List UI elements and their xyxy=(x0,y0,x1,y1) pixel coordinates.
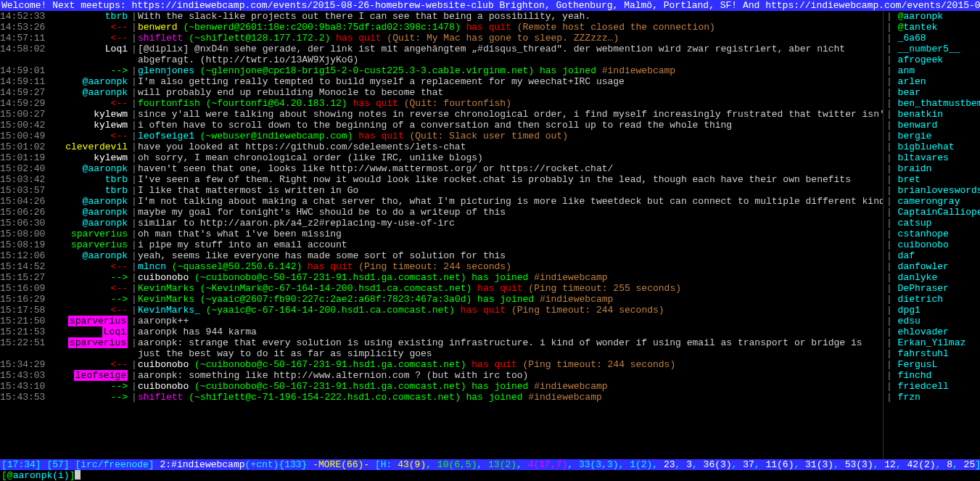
message-row: 15:16:09<--|KevinMarks (~KevinMark@c-67-… xyxy=(0,283,883,294)
message-row: 15:03:42tbrb|I've seen a few of them. Ri… xyxy=(0,174,883,185)
message-text: [@diplix] @nxD4n sehe gerade, der link i… xyxy=(138,44,883,65)
timestamp: 15:16:09 xyxy=(0,283,51,294)
nick-entry[interactable]: | fahrstuhl xyxy=(886,348,980,359)
nick-entry[interactable]: | friedcell xyxy=(886,381,980,392)
nick-entry[interactable]: | camerongray xyxy=(886,196,980,207)
message-row: 15:04:26@aaronpk|I'm not talking about m… xyxy=(0,196,883,207)
message-text: I'm not talking about making a chat serv… xyxy=(138,196,883,207)
nick-entry[interactable]: | cuibonobo xyxy=(886,239,980,250)
separator: | xyxy=(131,359,138,370)
separator: | xyxy=(131,65,138,76)
nick-entry[interactable]: | bergie xyxy=(886,131,980,141)
nick-entry[interactable]: | __number5__ xyxy=(886,44,980,54)
timestamp: 15:21:50 xyxy=(0,316,51,326)
nick: @aaronpk xyxy=(51,218,131,229)
separator: | xyxy=(131,141,138,152)
nick-entry[interactable]: | frzn xyxy=(886,392,980,403)
timestamp: 15:08:00 xyxy=(0,229,51,239)
nick-entry[interactable]: | afrogeek xyxy=(886,54,980,65)
nick-entry[interactable]: | bret xyxy=(886,174,980,185)
separator: | xyxy=(131,229,138,239)
message-row: 14:53:26<--|benwerd (~benwerd@2601:18e:c… xyxy=(0,22,883,33)
message-row: 14:59:27@aaronpk|will probably end up re… xyxy=(0,87,883,98)
message-row: 15:22:51sparverius|aaronpk: strange that… xyxy=(0,337,883,359)
separator: | xyxy=(131,370,138,381)
message-text: cuibonobo (~cuibonobo@c-50-167-231-91.hs… xyxy=(138,272,883,283)
message-row: 15:03:57tbrb|I like that mattermost is w… xyxy=(0,185,883,196)
message-text: mlncn (~quassel@50.250.6.142) has quit (… xyxy=(138,261,883,272)
message-log[interactable]: 14:52:33tbrb|With the slack-like project… xyxy=(0,11,883,459)
message-row: 15:06:30@aaronpk|similar to http://aaron… xyxy=(0,218,883,229)
message-text: KevinMarks (~KevinMark@c-67-164-14-200.h… xyxy=(138,283,883,294)
message-input[interactable] xyxy=(82,470,979,481)
nick-entry[interactable]: | dietrich xyxy=(886,294,980,305)
nick-entry[interactable]: | bltavares xyxy=(886,152,980,163)
separator: | xyxy=(131,283,138,294)
nick: sparverius xyxy=(51,229,131,239)
message-text: maybe my goal for tonight's HWC should b… xyxy=(138,207,883,218)
timestamp: 15:43:10 xyxy=(0,381,51,392)
nick-entry[interactable]: | finchd xyxy=(886,370,980,381)
separator: | xyxy=(131,392,138,403)
timestamp: 14:59:27 xyxy=(0,87,51,98)
message-row: 15:06:26@aaronpk|maybe my goal for tonig… xyxy=(0,207,883,218)
nick-entry[interactable]: | brianloveswords xyxy=(886,185,980,196)
nick-entry[interactable]: | @tantek xyxy=(886,22,980,33)
message-row: 15:21:50sparverius|aaronpk++ xyxy=(0,316,883,326)
message-text: yeah, seems like everyone has made some … xyxy=(138,250,883,261)
nick-entry[interactable]: | edsu xyxy=(886,316,980,326)
message-row: 14:58:02Loqi|[@diplix] @nxD4n sehe gerad… xyxy=(0,44,883,65)
nick: tbrb xyxy=(51,185,131,196)
input-bar[interactable]: [@aaronpk(i)] xyxy=(0,470,980,481)
nick: sparverius xyxy=(51,316,131,326)
nick-entry[interactable]: | cstanhope xyxy=(886,229,980,239)
nick-entry[interactable]: | CaptainCalliope xyxy=(886,207,980,218)
nick-entry[interactable]: | bear xyxy=(886,87,980,98)
nick-entry[interactable]: | anm xyxy=(886,65,980,76)
nick-entry[interactable]: | ben_thatmustbeme xyxy=(886,98,980,109)
timestamp: 14:58:02 xyxy=(0,44,51,65)
status-bar: [17:34] [57] [irc/freenode] 2:#indiewebc… xyxy=(0,459,980,470)
message-row: 15:17:58<--|KevinMarks_ (~yaaic@c-67-164… xyxy=(0,305,883,316)
message-text: shiflett (~shiflett@c-71-196-154-222.hsd… xyxy=(138,392,883,403)
separator: | xyxy=(131,33,138,44)
message-text: I've seen a few of them. Right now it wo… xyxy=(138,174,883,185)
nick-entry[interactable]: | braidn xyxy=(886,163,980,174)
nick-entry[interactable]: | ehlovader xyxy=(886,326,980,337)
nick-entry[interactable]: | catsup xyxy=(886,218,980,229)
nick-entry[interactable]: | arlen xyxy=(886,76,980,87)
timestamp: 15:14:52 xyxy=(0,261,51,272)
message-text: similar to http://aaron.pk/a4_z2#replaci… xyxy=(138,218,883,229)
nick: @aaronpk xyxy=(51,250,131,261)
nick-entry[interactable]: | benatkin xyxy=(886,109,980,120)
separator: | xyxy=(131,22,138,33)
nick: cleverdevil xyxy=(51,141,131,152)
nick-entry[interactable]: | @aaronpk xyxy=(886,11,980,22)
nick-entry[interactable]: | DePhraser xyxy=(886,283,980,294)
nick-entry[interactable]: | danlyke xyxy=(886,272,980,283)
separator: | xyxy=(131,272,138,283)
nick-entry[interactable]: | bigbluehat xyxy=(886,141,980,152)
nick: tbrb xyxy=(51,174,131,185)
nick-entry[interactable]: | _6a68 xyxy=(886,33,980,44)
separator: | xyxy=(131,207,138,218)
timestamp: 15:06:30 xyxy=(0,218,51,229)
timestamp: 15:03:42 xyxy=(0,174,51,185)
nick: Loqi xyxy=(51,326,131,337)
message-text: benwerd (~benwerd@2601:18e:c200:9ba8:75d… xyxy=(138,22,883,33)
message-row: 14:52:33tbrb|With the slack-like project… xyxy=(0,11,883,22)
message-row: 15:43:03leofseige|aaronpk: something lik… xyxy=(0,370,883,381)
message-text: will probably end up rebuilding Monocle … xyxy=(138,87,883,98)
nick-entry[interactable]: | danfowler xyxy=(886,261,980,272)
separator: | xyxy=(131,239,138,250)
message-row: 15:16:29-->|KevinMarks (~yaaic@2607:fb90… xyxy=(0,294,883,305)
separator: | xyxy=(131,152,138,163)
nick-entry[interactable]: | Erkan_Yilmaz xyxy=(886,337,980,348)
nick-entry[interactable]: | dpg1 xyxy=(886,305,980,316)
nick-entry[interactable]: | benward xyxy=(886,120,980,131)
message-text: i pipe my stuff into an email account xyxy=(138,239,883,250)
nick-entry[interactable]: | daf xyxy=(886,250,980,261)
nick-list[interactable]: | @aaronpk| @tantek| _6a68| __number5__|… xyxy=(883,11,980,459)
message-row: 15:43:10-->|cuibonobo (~cuibonobo@c-50-1… xyxy=(0,381,883,392)
nick-entry[interactable]: | FergusL xyxy=(886,359,980,370)
